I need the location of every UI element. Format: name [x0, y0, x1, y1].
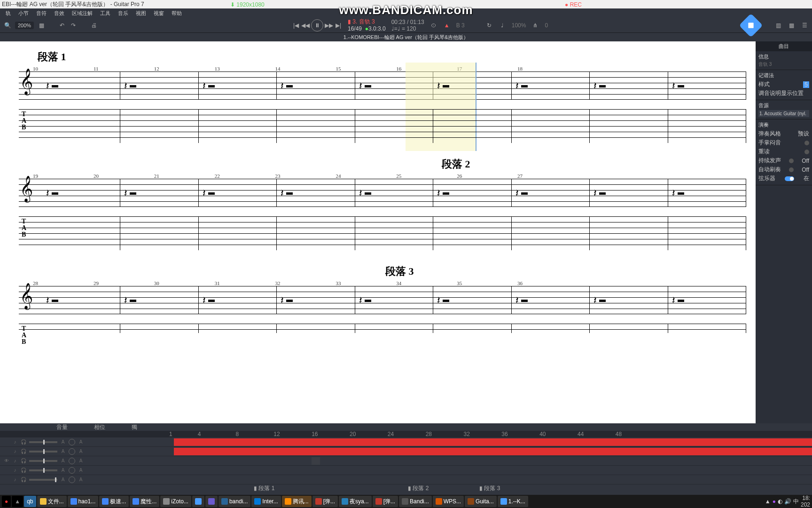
track-clip[interactable]: [174, 448, 812, 455]
taskbar-app[interactable]: WPS...: [433, 496, 464, 507]
menu-音符[interactable]: 音符: [32, 10, 50, 17]
mixer-track[interactable]: 👁♪🎧AA: [0, 456, 812, 466]
mute-icon[interactable]: ♪: [12, 477, 18, 483]
solo-icon[interactable]: 🎧: [21, 477, 26, 483]
track-clip[interactable]: [312, 457, 320, 465]
tab-staff[interactable]: TAB: [19, 109, 746, 143]
taskbar-app[interactable]: bandi...: [219, 496, 250, 507]
tab-staff[interactable]: TAB: [19, 324, 746, 333]
taskbar-app[interactable]: 文件...: [37, 496, 67, 507]
section-marker[interactable]: ▮ 段落 3: [479, 484, 500, 492]
pan-knob[interactable]: [69, 476, 75, 483]
volume-slider[interactable]: [29, 479, 57, 481]
track-clip[interactable]: [174, 438, 812, 446]
score-view[interactable]: 段落 1101112131415161718𝄞𝄽𝄽𝄽𝄽𝄽𝄽𝄽𝄽𝄽TAB段落 21…: [0, 41, 756, 423]
tuning-fork-icon[interactable]: ⋔: [531, 22, 539, 29]
menu-轨[interactable]: 轨: [2, 10, 15, 17]
taskbar-app[interactable]: 夜sya...: [339, 496, 372, 507]
ime-indicator[interactable]: 中: [793, 498, 799, 506]
volume-slider[interactable]: [29, 441, 57, 443]
accent-toggle[interactable]: [804, 150, 809, 154]
mixer-track[interactable]: ♪🎧AA: [0, 437, 812, 447]
visibility-icon[interactable]: [4, 477, 9, 483]
style-value[interactable]: 5: [803, 81, 809, 88]
tray-icon[interactable]: ●: [773, 498, 776, 505]
taskbar-app[interactable]: [192, 496, 204, 507]
autobrush-toggle[interactable]: [789, 167, 794, 172]
pan-knob[interactable]: [69, 458, 75, 464]
menu-视图[interactable]: 视图: [132, 10, 150, 17]
panel-tab-song[interactable]: 曲目: [756, 41, 812, 51]
mute-icon[interactable]: ♪: [12, 449, 18, 454]
taskbar-app[interactable]: [205, 496, 218, 507]
speed-pct[interactable]: 100%: [512, 22, 526, 29]
mute-icon[interactable]: ♪: [12, 439, 18, 445]
taskbar-app[interactable]: 1.--K...: [498, 496, 528, 507]
volume-slider[interactable]: [29, 451, 57, 452]
print-icon[interactable]: 🖨: [90, 22, 98, 29]
taskbar-app[interactable]: hao1...: [68, 496, 99, 507]
undo-icon[interactable]: ↶: [58, 22, 66, 29]
solo-icon[interactable]: 🎧: [21, 449, 26, 454]
zoom-level[interactable]: 200%: [15, 22, 34, 29]
sustain-toggle[interactable]: [789, 159, 794, 163]
standard-notation-staff[interactable]: 𝄞𝄽𝄽𝄽𝄽𝄽𝄽𝄽𝄽𝄽: [19, 71, 746, 100]
solo-icon[interactable]: 🎧: [21, 458, 26, 464]
visibility-icon[interactable]: [4, 468, 9, 473]
menu-小节[interactable]: 小节: [15, 10, 32, 17]
taskbar-app[interactable]: Guita...: [465, 496, 497, 507]
menu-区域注解[interactable]: 区域注解: [68, 10, 96, 17]
clock-time[interactable]: 18:: [801, 495, 810, 501]
menu-音乐[interactable]: 音乐: [114, 10, 132, 17]
tray-icon[interactable]: 🔊: [784, 498, 791, 505]
tuner-icon[interactable]: ▲: [443, 22, 451, 29]
go-start-icon[interactable]: |◀: [292, 22, 300, 29]
mixer-track[interactable]: ♪🎧AA: [0, 447, 812, 456]
pan-knob[interactable]: [69, 467, 75, 474]
section-marker[interactable]: ▮ 段落 1: [254, 484, 274, 492]
taskbar-app[interactable]: Bandi...: [399, 496, 432, 507]
mixer-track[interactable]: ♪🎧AA: [0, 475, 812, 484]
mute-icon[interactable]: ♪: [12, 468, 18, 473]
standard-notation-staff[interactable]: 𝄞𝄽𝄽𝄽𝄽𝄽𝄽𝄽𝄽𝄽: [19, 179, 746, 207]
rewind-icon[interactable]: ◀◀: [302, 22, 309, 29]
mute-icon[interactable]: ♪: [12, 458, 18, 464]
forward-icon[interactable]: ▶▶: [325, 22, 333, 29]
visibility-icon[interactable]: 👁: [4, 458, 9, 464]
redo-icon[interactable]: ↷: [70, 22, 77, 29]
keyboard-icon[interactable]: ▦: [788, 22, 795, 29]
taskbar-app[interactable]: [弹...: [373, 496, 398, 507]
section-marker[interactable]: ▮ 段落 2: [408, 484, 429, 492]
palm-mute-toggle[interactable]: [804, 141, 809, 145]
tab-staff[interactable]: TAB: [19, 216, 746, 250]
fretboard-icon[interactable]: ▥: [774, 22, 782, 29]
pause-button[interactable]: ⏸: [311, 19, 323, 32]
play-style-value[interactable]: 预设: [798, 130, 809, 138]
metronome-icon[interactable]: ⏲: [430, 22, 437, 29]
go-end-icon[interactable]: ▶|: [335, 22, 342, 29]
panel-icon[interactable]: ☰: [801, 22, 808, 29]
taskbar-app[interactable]: 极速...: [99, 496, 129, 507]
note-icon[interactable]: ♩: [499, 22, 506, 29]
visibility-icon[interactable]: [4, 449, 9, 454]
taskbar-pinned[interactable]: qb: [24, 496, 36, 507]
solo-icon[interactable]: 🎧: [21, 439, 26, 445]
info-section[interactable]: 信息: [758, 53, 809, 60]
taskbar-app[interactable]: [弹...: [312, 496, 338, 507]
visibility-icon[interactable]: [4, 439, 9, 445]
cortana-button[interactable]: ▲: [12, 496, 23, 507]
taskbar-app[interactable]: 腾讯...: [282, 496, 312, 507]
pan-knob[interactable]: [69, 448, 75, 455]
menu-帮助[interactable]: 帮助: [168, 10, 186, 17]
start-button[interactable]: ●: [2, 496, 11, 507]
menu-音效[interactable]: 音效: [50, 10, 68, 17]
sound-item[interactable]: 1. Acoustic Guitar (nyl.: [758, 110, 809, 117]
taskbar-app[interactable]: iZoto...: [160, 496, 191, 507]
taskbar-app[interactable]: 魔性...: [130, 496, 159, 507]
strings-toggle[interactable]: [785, 176, 794, 181]
menu-视窗[interactable]: 视窗: [150, 10, 168, 17]
mixer-track[interactable]: ♪🎧AA: [0, 466, 812, 475]
standard-notation-staff[interactable]: 𝄞𝄽𝄽𝄽𝄽𝄽𝄽𝄽𝄽𝄽: [19, 286, 746, 314]
taskbar-app[interactable]: Inter...: [251, 496, 281, 507]
layout-icon[interactable]: ▦: [38, 22, 45, 29]
